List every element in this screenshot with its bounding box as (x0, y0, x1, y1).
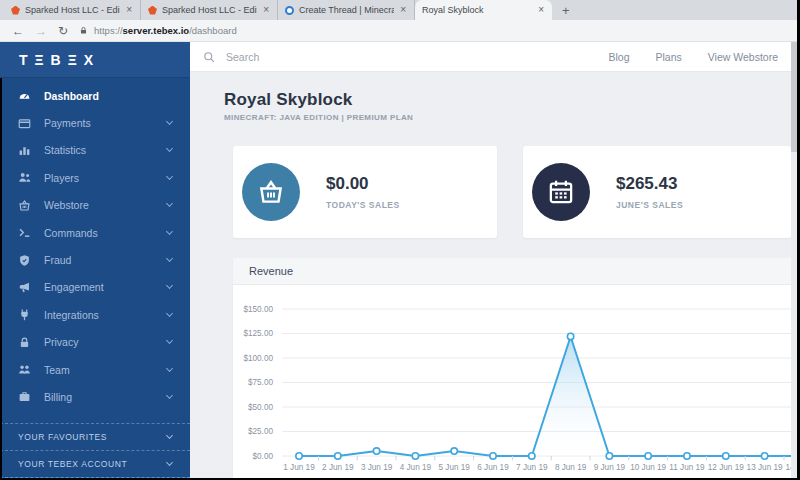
topbar: BlogPlansView Webstore (190, 42, 800, 72)
sidebar-item-engagement[interactable]: Engagement (0, 274, 190, 301)
card-icon (18, 117, 31, 130)
chevron-down-icon (166, 200, 173, 207)
url-host: server.tebex.io (123, 25, 190, 36)
chevron-down-icon (166, 432, 173, 439)
calendar-icon (532, 163, 590, 221)
chevron-down-icon (166, 145, 173, 152)
sidebar-spacer (0, 411, 190, 423)
svg-text:3 Jun 19: 3 Jun 19 (361, 463, 393, 472)
svg-text:$0.00: $0.00 (253, 452, 274, 461)
gauge-icon (18, 89, 31, 102)
basket-icon (242, 163, 300, 221)
tab-title: Royal Skyblock (422, 5, 532, 15)
chevron-down-icon (166, 310, 173, 317)
chevron-down-icon (166, 392, 173, 399)
tebex-logo: TΞBΞX (0, 42, 190, 78)
tab-close-icon[interactable]: × (537, 5, 545, 15)
revenue-chart: $150.00$125.00$100.00$75.00$50.00$25.00$… (233, 285, 800, 480)
back-icon[interactable]: ← (12, 25, 24, 37)
browser-toolbar: ← → ↻ https://server.tebex.io/dashboard (0, 20, 800, 42)
team-icon (18, 363, 31, 376)
browser-tab-bar: Sparked Host LLC - Edit File×Sparked Hos… (0, 0, 800, 20)
chevron-down-icon (166, 173, 173, 180)
sidebar: TΞBΞX DashboardPaymentsStatisticsPlayers… (0, 42, 190, 480)
briefcase-icon (18, 390, 31, 403)
minecraft-market-favicon (285, 6, 294, 15)
sparked-host-favicon (148, 6, 157, 15)
terminal-icon (18, 226, 31, 239)
search-input[interactable] (226, 51, 466, 63)
sidebar-item-team[interactable]: Team (0, 356, 190, 383)
chevron-down-icon (166, 255, 173, 262)
bar-chart-icon (18, 144, 31, 157)
svg-text:13 Jun 19: 13 Jun 19 (747, 463, 783, 472)
frame-edge-left (0, 78, 2, 480)
users-icon (18, 171, 31, 184)
megaphone-icon (18, 281, 31, 294)
topbar-link-plans[interactable]: Plans (656, 51, 682, 63)
basket-icon (18, 199, 31, 212)
tab-close-icon[interactable]: × (262, 5, 270, 15)
sidebar-item-label: Fraud (44, 254, 71, 266)
sidebar-item-billing[interactable]: Billing (0, 383, 190, 410)
sidebar-section-your-tebex-account[interactable]: YOUR TEBEX ACCOUNT (0, 450, 190, 477)
address-bar[interactable]: https://server.tebex.io/dashboard (79, 25, 237, 36)
svg-text:9 Jun 19: 9 Jun 19 (594, 463, 626, 472)
sidebar-item-players[interactable]: Players (0, 164, 190, 191)
chevron-down-icon (166, 228, 173, 235)
svg-text:$100.00: $100.00 (243, 354, 273, 363)
svg-text:10 Jun 19: 10 Jun 19 (630, 463, 666, 472)
new-tab-button[interactable]: + (562, 4, 570, 17)
svg-text:4 Jun 19: 4 Jun 19 (400, 463, 432, 472)
svg-text:$50.00: $50.00 (248, 403, 273, 412)
stat-label: TODAY'S SALES (326, 200, 400, 210)
topbar-link-view-webstore[interactable]: View Webstore (708, 51, 778, 63)
svg-text:$150.00: $150.00 (243, 305, 273, 314)
padlock-icon (79, 25, 88, 36)
stat-label: JUNE'S SALES (616, 200, 683, 210)
sidebar-item-integrations[interactable]: Integrations (0, 301, 190, 328)
page-title: Royal Skyblock (224, 90, 800, 110)
sparked-host-favicon (11, 6, 20, 15)
tab-close-icon[interactable]: × (399, 5, 407, 15)
plug-icon (18, 308, 31, 321)
svg-text:6 Jun 19: 6 Jun 19 (477, 463, 509, 472)
browser-tab[interactable]: Create Thread | Minecraft Market× (278, 0, 415, 20)
sidebar-item-label: Payments (44, 117, 91, 129)
sidebar-item-label: Privacy (44, 336, 78, 348)
chevron-down-icon (166, 459, 173, 466)
svg-text:$25.00: $25.00 (248, 427, 273, 436)
sidebar-item-payments[interactable]: Payments (0, 109, 190, 136)
sidebar-item-privacy[interactable]: Privacy (0, 329, 190, 356)
tab-close-icon[interactable]: × (125, 5, 133, 15)
chevron-down-icon (166, 282, 173, 289)
sidebar-item-label: Billing (44, 391, 72, 403)
svg-text:11 Jun 19: 11 Jun 19 (669, 463, 705, 472)
browser-tab[interactable]: Royal Skyblock× (415, 0, 552, 20)
sidebar-item-commands[interactable]: Commands (0, 219, 190, 246)
sidebar-item-statistics[interactable]: Statistics (0, 137, 190, 164)
svg-text:7 Jun 19: 7 Jun 19 (516, 463, 548, 472)
forward-icon[interactable]: → (35, 25, 47, 37)
chevron-down-icon (166, 118, 173, 125)
sidebar-item-label: Webstore (44, 199, 89, 211)
sidebar-item-fraud[interactable]: Fraud (0, 246, 190, 273)
revenue-panel-title: Revenue (233, 258, 800, 285)
browser-tab[interactable]: Sparked Host LLC - Edit File× (4, 0, 141, 20)
sidebar-item-label: Players (44, 172, 79, 184)
chevron-down-icon (166, 337, 173, 344)
stat-cards: $0.00TODAY'S SALES$265.43JUNE'S SALES (233, 146, 800, 238)
stat-text: $265.43JUNE'S SALES (616, 174, 683, 210)
stat-amount: $0.00 (326, 174, 400, 194)
sidebar-section-your-favourites[interactable]: YOUR FAVOURITES (0, 423, 190, 450)
browser-tab[interactable]: Sparked Host LLC - Edit File× (141, 0, 278, 20)
sidebar-item-label: Statistics (44, 144, 86, 156)
stat-amount: $265.43 (616, 174, 683, 194)
sidebar-item-dashboard[interactable]: Dashboard (0, 82, 190, 109)
reload-icon[interactable]: ↻ (58, 25, 68, 37)
svg-text:$125.00: $125.00 (243, 329, 273, 338)
search-icon (203, 51, 215, 63)
sidebar-item-label: Engagement (44, 281, 104, 293)
topbar-link-blog[interactable]: Blog (608, 51, 629, 63)
sidebar-item-webstore[interactable]: Webstore (0, 192, 190, 219)
